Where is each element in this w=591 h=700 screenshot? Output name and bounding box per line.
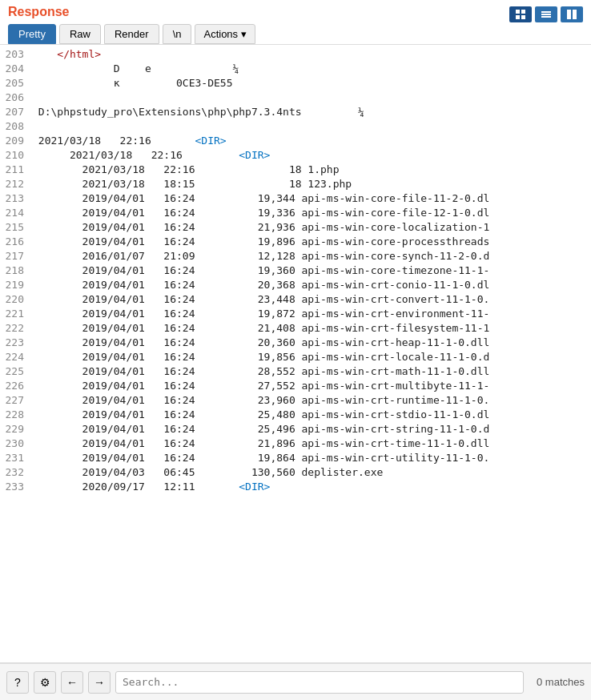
line-number: 229: [2, 423, 32, 437]
table-row: 229 2019/04/01 16:24 25,496 api-ms-win-c…: [0, 423, 591, 437]
line-number: 214: [2, 207, 32, 221]
line-content: 2019/04/01 16:24 23,448 api-ms-win-crt-c…: [32, 293, 589, 308]
table-row: 206: [0, 91, 591, 106]
line-content: 2019/04/03 06:45 130,560 deplister.exe: [32, 466, 589, 481]
line-number: 209: [2, 135, 32, 149]
line-number: 212: [2, 178, 32, 192]
svg-rect-3: [521, 15, 525, 19]
line-content: 2019/04/01 16:24 25,496 api-ms-win-crt-s…: [32, 423, 589, 437]
line-content: 2019/04/01 16:24 19,360 api-ms-win-core-…: [32, 264, 589, 279]
line-content: 2019/04/01 16:24 21,408 api-ms-win-crt-f…: [32, 322, 589, 336]
tab-render[interactable]: Render: [104, 24, 159, 44]
table-row: 220 2019/04/01 16:24 23,448 api-ms-win-c…: [0, 293, 591, 308]
settings-button[interactable]: ⚙: [34, 671, 56, 694]
search-input[interactable]: [115, 671, 524, 694]
forward-button[interactable]: →: [88, 671, 111, 694]
line-content: 2019/04/01 16:24 25,480 api-ms-win-crt-s…: [32, 408, 589, 423]
line-content: 2019/04/01 16:24 20,360 api-ms-win-crt-h…: [32, 336, 589, 351]
table-row: 231 2019/04/01 16:24 19,864 api-ms-win-c…: [0, 452, 591, 466]
svg-rect-1: [521, 10, 525, 14]
table-row: 205 к 0CE3-DE55: [0, 77, 591, 91]
line-number: 230: [2, 437, 32, 452]
line-number: 222: [2, 322, 32, 336]
line-content: </html>: [32, 48, 589, 62]
back-button[interactable]: ←: [61, 671, 83, 694]
line-number: 233: [2, 481, 32, 495]
line-number: 219: [2, 279, 32, 293]
line-number: 224: [2, 351, 32, 365]
table-row: 210 2021/03/18 22:16 <DIR>: [0, 149, 591, 163]
table-row: 223 2019/04/01 16:24 20,360 api-ms-win-c…: [0, 336, 591, 351]
line-content: 2019/04/01 16:24 28,552 api-ms-win-crt-m…: [32, 365, 589, 380]
toolbar: Pretty Raw Render \n Actions ▾: [8, 24, 583, 44]
footer: ? ⚙ ← → 0 matches: [0, 663, 591, 700]
actions-label: Actions: [203, 28, 238, 40]
line-content: 2021/03/18 22:16 <DIR>: [32, 149, 589, 163]
line-number: 206: [2, 91, 32, 106]
table-row: 204 D e ¼: [0, 62, 591, 77]
table-row: 208: [0, 120, 591, 135]
matches-label: 0 matches: [529, 676, 585, 688]
help-button[interactable]: ?: [6, 671, 29, 694]
line-number: 211: [2, 163, 32, 178]
table-row: 226 2019/04/01 16:24 27,552 api-ms-win-c…: [0, 380, 591, 394]
help-icon: ?: [14, 676, 21, 689]
line-content: 2021/03/18 18:15 18 123.php: [32, 178, 589, 192]
line-number: 221: [2, 308, 32, 322]
line-number: 225: [2, 365, 32, 380]
line-content: 2016/01/07 21:09 12,128 api-ms-win-core-…: [32, 250, 589, 264]
table-row: 222 2019/04/01 16:24 21,408 api-ms-win-c…: [0, 322, 591, 336]
line-content: 2021/03/18 22:16 18 1.php: [32, 163, 589, 178]
table-row: 216 2019/04/01 16:24 19,896 api-ms-win-c…: [0, 235, 591, 250]
line-number: 204: [2, 62, 32, 77]
win-list-btn[interactable]: [535, 6, 557, 22]
table-row: 213 2019/04/01 16:24 19,344 api-ms-win-c…: [0, 192, 591, 207]
svg-rect-6: [541, 16, 551, 18]
line-content: [32, 120, 589, 135]
table-row: 211 2021/03/18 22:16 18 1.php: [0, 163, 591, 178]
svg-rect-8: [573, 10, 577, 19]
line-number: 227: [2, 394, 32, 408]
table-row: 221 2019/04/01 16:24 19,872 api-ms-win-c…: [0, 308, 591, 322]
line-content: 2019/04/01 16:24 19,336 api-ms-win-core-…: [32, 207, 589, 221]
table-row: 215 2019/04/01 16:24 21,936 api-ms-win-c…: [0, 221, 591, 235]
svg-rect-2: [516, 15, 520, 19]
line-content: D:\phpstudy_pro\Extensions\php\php7.3.4n…: [32, 106, 589, 120]
svg-rect-5: [541, 14, 551, 15]
line-content: 2019/04/01 16:24 23,960 api-ms-win-crt-r…: [32, 394, 589, 408]
header: Response Pretty Raw Render \n Actions ▾: [0, 0, 591, 45]
tab-newline[interactable]: \n: [163, 24, 192, 44]
line-content: 2020/09/17 12:11 <DIR>: [32, 481, 589, 495]
response-title: Response: [8, 5, 69, 19]
table-row: 207 D:\phpstudy_pro\Extensions\php\php7.…: [0, 106, 591, 120]
line-content: 2019/04/01 16:24 27,552 api-ms-win-crt-m…: [32, 380, 589, 394]
table-row: 203 </html>: [0, 48, 591, 62]
table-row: 209 2021/03/18 22:16 <DIR>: [0, 135, 591, 149]
line-content: 2019/04/01 16:24 19,864 api-ms-win-crt-u…: [32, 452, 589, 466]
line-content: 2019/04/01 16:24 21,936 api-ms-win-core-…: [32, 221, 589, 235]
tab-pretty[interactable]: Pretty: [8, 24, 56, 44]
line-number: 217: [2, 250, 32, 264]
win-grid-btn[interactable]: [509, 6, 532, 22]
line-number: 228: [2, 408, 32, 423]
line-number: 203: [2, 48, 32, 62]
line-number: 213: [2, 192, 32, 207]
tab-actions[interactable]: Actions ▾: [195, 24, 255, 44]
table-row: 224 2019/04/01 16:24 19,856 api-ms-win-c…: [0, 351, 591, 365]
tab-raw[interactable]: Raw: [59, 24, 101, 44]
line-content: 2019/04/01 16:24 21,896 api-ms-win-crt-t…: [32, 437, 589, 452]
table-row: 212 2021/03/18 18:15 18 123.php: [0, 178, 591, 192]
line-number: 223: [2, 336, 32, 351]
line-number: 215: [2, 221, 32, 235]
response-content: 203 </html>204 D e ¼205 к 0CE3-DE5520620…: [0, 45, 591, 663]
win-split-btn[interactable]: [561, 6, 583, 22]
line-content: 2019/04/01 16:24 19,896 api-ms-win-core-…: [32, 235, 589, 250]
table-row: 233 2020/09/17 12:11 <DIR>: [0, 481, 591, 495]
table-row: 230 2019/04/01 16:24 21,896 api-ms-win-c…: [0, 437, 591, 452]
line-content: 2021/03/18 22:16 <DIR>: [32, 135, 589, 149]
line-content: 2019/04/01 16:24 19,856 api-ms-win-crt-l…: [32, 351, 589, 365]
line-content: [32, 91, 589, 106]
line-number: 207: [2, 106, 32, 120]
table-row: 225 2019/04/01 16:24 28,552 api-ms-win-c…: [0, 365, 591, 380]
line-content: 2019/04/01 16:24 19,872 api-ms-win-crt-e…: [32, 308, 589, 322]
